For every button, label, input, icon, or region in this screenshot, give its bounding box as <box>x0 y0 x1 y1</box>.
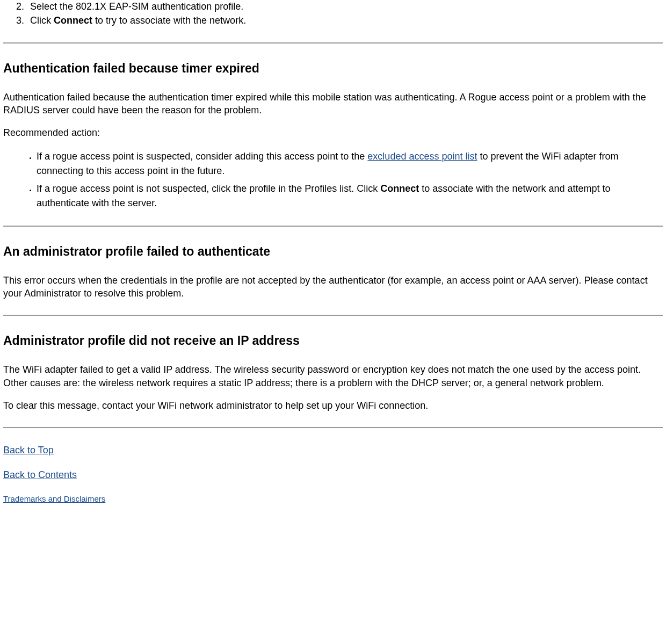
list-item: If a rogue access point is suspected, co… <box>37 149 663 178</box>
list-item: Click Connect to try to associate with t… <box>27 14 663 27</box>
bold-text: Connect <box>380 183 419 194</box>
trademarks-link[interactable]: Trademarks and Disclaimers <box>3 494 105 503</box>
excluded-access-point-link[interactable]: excluded access point list <box>367 151 477 162</box>
list-item: Select the 802.1X EAP-SIM authentication… <box>27 0 663 13</box>
section-heading-no-ip: Administrator profile did not receive an… <box>3 332 663 349</box>
back-to-top-link[interactable]: Back to Top <box>3 445 54 455</box>
back-to-contents-link[interactable]: Back to Contents <box>3 469 77 480</box>
text-fragment: to try to associate with the network. <box>92 15 246 26</box>
divider <box>3 427 663 429</box>
section-heading-admin-auth-failed: An administrator profile failed to authe… <box>3 243 663 260</box>
ordered-steps-list: Select the 802.1X EAP-SIM authentication… <box>3 0 663 27</box>
text-fragment: If a rogue access point is not suspected… <box>37 183 380 194</box>
text-fragment: Click <box>30 15 54 26</box>
recommended-actions-list: If a rogue access point is suspected, co… <box>3 149 663 211</box>
bold-text: Connect <box>54 15 92 26</box>
divider <box>3 42 663 44</box>
paragraph: This error occurs when the credentials i… <box>3 274 663 300</box>
text-fragment: If a rogue access point is suspected, co… <box>37 151 367 162</box>
paragraph: Authentication failed because the authen… <box>3 91 663 117</box>
list-item: If a rogue access point is not suspected… <box>37 182 663 211</box>
divider <box>3 226 663 227</box>
section-heading-timer-expired: Authentication failed because timer expi… <box>3 60 663 77</box>
paragraph: The WiFi adapter failed to get a valid I… <box>3 363 663 389</box>
paragraph: To clear this message, contact your WiFi… <box>3 399 663 412</box>
paragraph: Recommended action: <box>3 126 663 139</box>
divider <box>3 315 663 316</box>
